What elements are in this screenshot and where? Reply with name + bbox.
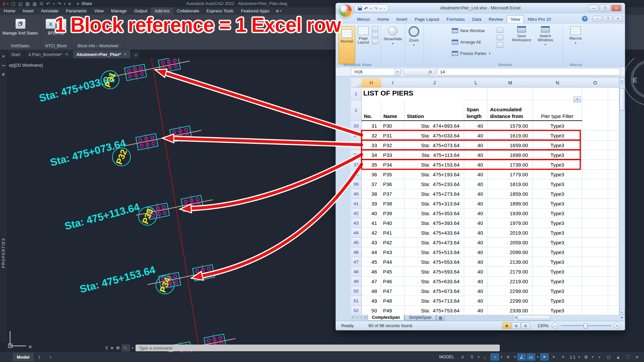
formula-input[interactable]: 14 bbox=[437, 68, 620, 75]
row-number[interactable]: 36 bbox=[351, 150, 362, 160]
show-hide-button[interactable]: Show/Hide ▼ bbox=[382, 26, 404, 45]
table-cell[interactable]: 40 bbox=[464, 189, 488, 199]
new-window-button[interactable]: New Window bbox=[452, 28, 485, 33]
table-cell[interactable]: Sta: 475+593.64 bbox=[405, 267, 464, 277]
table-cell[interactable] bbox=[582, 140, 608, 150]
table-cell[interactable] bbox=[608, 218, 619, 228]
zoom-button[interactable]: Zoom ▼ bbox=[406, 26, 422, 47]
zoom-slider-thumb[interactable] bbox=[584, 323, 587, 329]
table-cell[interactable] bbox=[582, 238, 608, 247]
table-cell[interactable]: 37 bbox=[362, 179, 381, 189]
table-cell[interactable]: 40 bbox=[464, 208, 488, 218]
zoom-slider[interactable] bbox=[561, 325, 611, 326]
customize-menu-icon[interactable]: ≡ bbox=[633, 353, 641, 361]
table-cell[interactable] bbox=[608, 199, 619, 208]
column-header-O[interactable]: O bbox=[582, 78, 608, 87]
table-cell[interactable]: 38 bbox=[362, 189, 381, 199]
column-header-I[interactable]: I bbox=[381, 78, 405, 87]
table-cell[interactable]: P40 bbox=[381, 218, 405, 228]
row-number[interactable]: 50 bbox=[351, 286, 362, 296]
table-cell[interactable]: Type3 bbox=[533, 121, 582, 131]
excel-tab-view[interactable]: View bbox=[507, 15, 524, 23]
osnap-icon[interactable]: ⌖ bbox=[549, 353, 558, 361]
table-cell[interactable]: 40 bbox=[464, 179, 488, 189]
table-cell[interactable]: 1859.00 bbox=[488, 189, 533, 199]
table-cell[interactable]: Sta: 474+993.64 bbox=[405, 121, 464, 131]
table-cell[interactable] bbox=[608, 121, 619, 131]
table-cell[interactable]: Sta: 475+673.64 bbox=[405, 286, 464, 296]
annotation-scale-label[interactable]: 1:1 bbox=[568, 353, 577, 361]
table-cell[interactable] bbox=[488, 87, 533, 100]
table-cell[interactable]: P49 bbox=[381, 306, 405, 315]
column-header-J[interactable]: J bbox=[405, 78, 465, 87]
snap-caret[interactable]: ▾ bbox=[477, 353, 480, 361]
table-cell[interactable]: 40 bbox=[464, 218, 488, 228]
table-cell[interactable]: 2059.00 bbox=[488, 238, 533, 247]
table-cell[interactable]: 40 bbox=[464, 199, 488, 208]
gear-caret[interactable]: ▾ bbox=[591, 353, 594, 361]
table-cell[interactable]: 43 bbox=[362, 238, 381, 247]
scroll-up-icon[interactable]: ▲ bbox=[620, 78, 625, 83]
vertical-scrollbar[interactable]: ▲ ▼ bbox=[619, 78, 625, 315]
isodraft-icon[interactable]: ▭ bbox=[527, 353, 535, 361]
table-cell[interactable]: 1979.00 bbox=[488, 218, 533, 228]
table-cell[interactable]: Type3 bbox=[533, 140, 582, 150]
model-space-badge[interactable]: MODEL bbox=[436, 355, 458, 359]
table-cell[interactable]: Type3 bbox=[533, 277, 582, 286]
table-cell[interactable] bbox=[608, 170, 619, 179]
excel-tab-page-layout[interactable]: Page Layout bbox=[411, 15, 443, 23]
table-cell[interactable]: 2179.00 bbox=[488, 267, 533, 277]
table-cell[interactable]: 40 bbox=[464, 267, 488, 277]
xref-panel-label[interactable]: XrefStates bbox=[0, 44, 40, 48]
insert-function-button[interactable]: fx bbox=[403, 68, 436, 75]
table-cell[interactable]: 40 bbox=[464, 306, 488, 315]
row-number[interactable]: 42 bbox=[351, 208, 362, 218]
table-cell[interactable]: P45 bbox=[381, 267, 405, 277]
table-cell[interactable]: 44 bbox=[362, 247, 381, 257]
table-cell[interactable] bbox=[608, 267, 619, 277]
bfeprd-excel-icon[interactable]: X bbox=[46, 19, 56, 29]
row-number[interactable]: 51 bbox=[351, 296, 362, 306]
palette-pin-icon[interactable]: ↦ bbox=[2, 63, 5, 68]
recent-commands-icon[interactable]: >_ bbox=[122, 345, 130, 351]
table-cell[interactable]: 2219.00 bbox=[488, 277, 533, 286]
excel-tab-menus[interactable]: Menus bbox=[353, 15, 374, 23]
header-cell[interactable]: Spanlength bbox=[464, 100, 488, 121]
table-cell[interactable]: Type3 bbox=[533, 189, 582, 199]
properties-palette-strip[interactable]: ✕ ↦ ⚙ PROPERTIES bbox=[0, 50, 7, 342]
table-cell[interactable] bbox=[608, 228, 619, 238]
workspace-plus-icon[interactable]: + bbox=[595, 353, 604, 361]
table-cell[interactable] bbox=[582, 189, 608, 199]
table-cell[interactable]: 35 bbox=[362, 160, 381, 170]
last-sheet-icon[interactable]: » bbox=[363, 315, 368, 321]
zoom-level-label[interactable]: 130% bbox=[537, 323, 548, 328]
table-cell[interactable]: 40 bbox=[464, 140, 488, 150]
open-folder-icon[interactable]: ◱ bbox=[18, 1, 22, 6]
header-cell[interactable]: Name bbox=[381, 100, 405, 121]
zoom-out-button[interactable]: − bbox=[552, 322, 558, 329]
customize-qat-icon[interactable]: ≡ bbox=[68, 1, 71, 6]
table-cell[interactable]: P38 bbox=[381, 199, 405, 208]
graphics-performance-icon[interactable]: ▲ bbox=[614, 353, 623, 361]
table-cell[interactable]: P41 bbox=[381, 228, 405, 238]
row-number[interactable]: 2 bbox=[351, 100, 362, 121]
table-cell[interactable] bbox=[582, 286, 608, 296]
layout-tab-+[interactable]: + bbox=[45, 353, 56, 361]
horizontal-scrollbar[interactable]: ◂ ▸ bbox=[513, 315, 624, 321]
table-cell[interactable]: Type3 bbox=[533, 228, 582, 238]
table-cell[interactable]: Type3 bbox=[533, 170, 582, 179]
ntci-panel-label[interactable]: NTCI_Block bbox=[41, 44, 71, 48]
blockinfo-panel-label[interactable]: Block info⇔Worksheet bbox=[72, 44, 124, 48]
table-cell[interactable]: P34 bbox=[381, 160, 405, 170]
table-cell[interactable] bbox=[582, 306, 608, 315]
file-tab-close-icon[interactable]: ✕ bbox=[65, 52, 68, 57]
layout-tab-model[interactable]: Model bbox=[13, 353, 34, 361]
table-cell[interactable]: Sta: 475+313.64 bbox=[405, 199, 464, 208]
table-cell[interactable]: P32 bbox=[381, 140, 405, 150]
table-cell[interactable]: Type3 bbox=[533, 306, 582, 315]
table-cell[interactable]: 2299.00 bbox=[488, 286, 533, 296]
column-header-L[interactable]: L bbox=[464, 78, 488, 87]
table-cell[interactable]: 40 bbox=[464, 247, 488, 257]
table-cell[interactable]: P42 bbox=[381, 238, 405, 247]
cmdbar-grip[interactable]: ⠿ bbox=[105, 346, 108, 351]
